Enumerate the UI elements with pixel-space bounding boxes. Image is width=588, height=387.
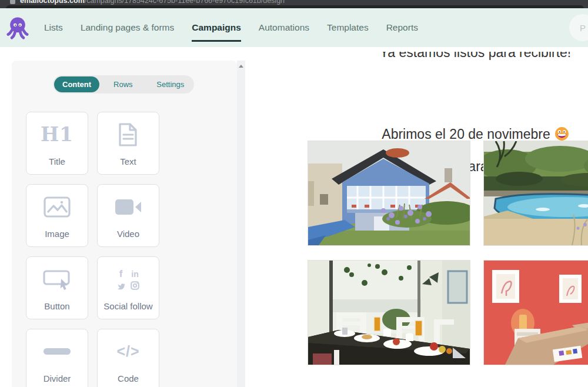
sidebar-scrollbar[interactable] [237, 61, 245, 387]
h1-icon: H1 [41, 123, 74, 146]
code-tags-icon: </> [116, 343, 139, 360]
pool-photo-graphic [484, 141, 588, 245]
email-heading-clipped[interactable]: Ya estamos listos para recibirte! [304, 52, 588, 61]
nav-item-landing-pages-forms[interactable]: Landing pages & forms [81, 22, 174, 33]
content-blocks-grid: H1 Title Text [26, 112, 159, 387]
url-text[interactable]: emailoctopus.com/campaigns/1785424c-675b… [20, 0, 285, 5]
tab-content[interactable]: Content [54, 76, 99, 92]
linkedin-icon: in [131, 269, 138, 279]
scroll-up-arrow-icon[interactable] [239, 65, 243, 68]
block-card-divider[interactable]: Divider [26, 329, 88, 387]
tab-settings[interactable]: Settings [147, 80, 194, 89]
emailoctopus-campaign-design-page: emailoctopus.com/campaigns/1785424c-675b… [0, 0, 588, 387]
block-card-social-follow[interactable]: f in Social follow [97, 256, 159, 319]
block-label: Video [117, 229, 139, 239]
facebook-icon: f [119, 268, 123, 280]
block-label: Text [120, 156, 136, 166]
instagram-icon [131, 281, 139, 290]
button-click-icon [43, 269, 71, 290]
block-label: Social follow [103, 301, 152, 311]
block-card-title[interactable]: H1 Title [26, 112, 88, 175]
image-icon [44, 196, 71, 218]
divider-line-icon [44, 348, 71, 355]
grinning-face-emoji [554, 126, 569, 141]
builder-tabs: Content Rows Settings [53, 75, 194, 94]
browser-address-bar[interactable]: emailoctopus.com/campaigns/1785424c-675b… [0, 0, 588, 8]
nav-item-lists[interactable]: Lists [44, 22, 63, 33]
block-card-text[interactable]: Text [97, 112, 159, 175]
block-label: Image [45, 229, 69, 239]
top-navigation: Lists Landing pages & forms Campaigns Au… [0, 8, 588, 47]
url-path: /campaigns/1785424c-675b-11ee-b766-e970c… [85, 0, 285, 5]
social-networks-icon: f in [115, 268, 142, 290]
tab-rows[interactable]: Rows [99, 80, 146, 89]
text-document-icon [118, 122, 139, 147]
block-label: Divider [44, 373, 71, 383]
block-label: Code [118, 373, 139, 383]
octopus-logo-icon[interactable] [6, 16, 29, 41]
nav-menu: Lists Landing pages & forms Campaigns Au… [44, 8, 418, 47]
email-preview-canvas: Ya estamos listos para recibirte! Abrimo… [245, 47, 588, 387]
nav-item-templates[interactable]: Templates [327, 22, 369, 33]
email-open-date-line[interactable]: Abrimos el 20 de novimebre [304, 126, 588, 142]
email-photo-pool[interactable] [484, 141, 588, 245]
email-photo-breakfast[interactable] [308, 261, 470, 365]
email-photo-bedroom[interactable] [484, 261, 588, 365]
account-avatar[interactable]: P [569, 14, 588, 41]
block-label: Button [44, 301, 69, 311]
block-card-image[interactable]: Image [26, 184, 88, 247]
url-domain: emailoctopus.com [20, 0, 85, 5]
breakfast-photo-graphic [308, 261, 470, 365]
block-card-video[interactable]: Video [97, 184, 159, 247]
builder-sidebar-panel: Content Rows Settings H1 Title Text [12, 61, 237, 387]
block-card-code[interactable]: </> Code [97, 329, 159, 387]
nav-item-automations[interactable]: Automations [259, 22, 309, 33]
bedroom-photo-graphic [484, 261, 588, 365]
block-label: Title [49, 156, 65, 166]
twitter-icon [116, 282, 126, 290]
block-card-button[interactable]: Button [26, 256, 88, 319]
house-photo-graphic [308, 141, 470, 245]
nav-item-reports[interactable]: Reports [386, 22, 418, 33]
padlock-icon [10, 0, 15, 4]
nav-item-campaigns[interactable]: Campaigns [192, 22, 241, 33]
video-camera-icon [115, 198, 142, 216]
email-photo-house[interactable] [308, 141, 470, 245]
